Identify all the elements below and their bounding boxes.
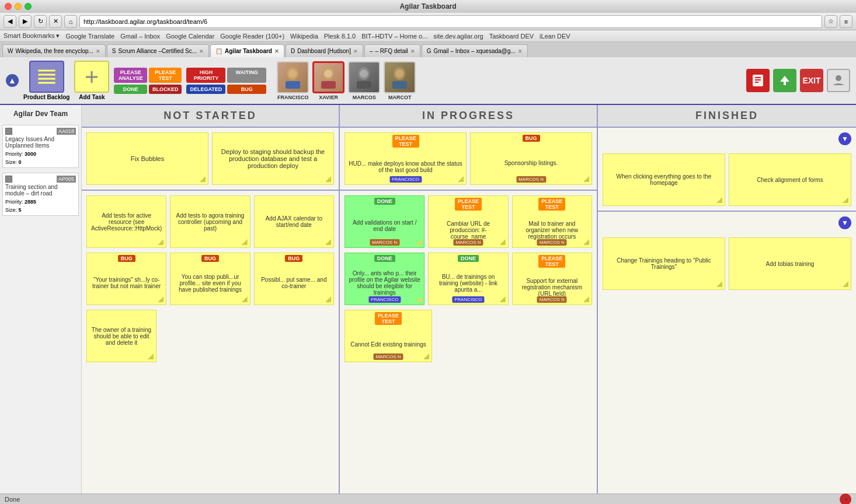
avatar-xavier[interactable]: [312, 61, 345, 93]
task-text: Sponsorship listings.: [504, 160, 558, 166]
task-your-trainings[interactable]: BUG "Your trainings" sh...ly co-trainer …: [86, 253, 166, 305]
task-fix-bubbles[interactable]: Fix Bubbles: [86, 132, 208, 185]
task-cannot-edit[interactable]: PLEASETEST Cannot Edit existing training…: [345, 310, 432, 362]
tab-hudson[interactable]: DDashboard [Hudson]✕: [286, 44, 363, 57]
bookmark-gmail[interactable]: Gmail – Inbox: [120, 33, 160, 40]
badge-delegated[interactable]: DELEGATED: [186, 85, 225, 94]
avatar-marcos[interactable]: [348, 61, 380, 93]
badge-please-test-2: PLEASETEST: [455, 198, 482, 211]
maximize-window-button[interactable]: [25, 3, 32, 10]
owner-marcos-5: MARCOS N: [537, 296, 567, 303]
bookmark-translate[interactable]: Google Translate: [65, 33, 114, 40]
task-deploy-staging[interactable]: Deploy to staging should backup the prod…: [212, 132, 334, 185]
browser-menu[interactable]: ≡: [840, 15, 852, 28]
task-text: HUD... make deploys know about the statu…: [349, 160, 462, 173]
bookmark-site[interactable]: site.dev.agilar.org: [433, 33, 483, 40]
avatar-francisco[interactable]: [277, 61, 309, 93]
task-text: Mail to trainer and organizer when new r…: [516, 220, 588, 240]
in-progress-row3: DONE Only... ants who p... their profile…: [345, 253, 592, 305]
task-add-tests-active[interactable]: Add tests for active resource (see Activ…: [86, 195, 166, 248]
bookmark-reader[interactable]: Google Reader (100+): [220, 33, 284, 40]
task-add-ajax-calendar[interactable]: Add AJAX calendar to start/end date: [254, 195, 334, 248]
task-add-validations[interactable]: DONE Add validations on start / end date…: [345, 195, 424, 248]
story-text-aa018: Legacy Issues And Unplanned Items: [5, 136, 76, 149]
exit-button[interactable]: EXIT: [800, 69, 823, 92]
tab-gmail[interactable]: GGmail – Inbox – xquesada@g...✕: [422, 44, 528, 57]
story-size-aa018: Size: 0: [5, 159, 76, 165]
badge-bug-1: BUG: [118, 255, 135, 262]
badge-done[interactable]: DONE: [114, 85, 147, 94]
story-id-aa018: AA018: [57, 128, 76, 135]
task-cambiar-url[interactable]: PLEASETEST Cambiar URL de produccion: #-…: [428, 195, 508, 248]
badge-waiting[interactable]: WAITING: [227, 68, 266, 83]
bookmark-plesk[interactable]: Plesk 8.1.0: [324, 33, 356, 40]
tabs-bar: WWikipedia, the free encyclop...✕ SScrum…: [0, 42, 856, 57]
add-task-button[interactable]: Add Task: [74, 61, 109, 100]
task-text: Cannot Edit existing trainings: [350, 341, 426, 348]
task-add-tobias[interactable]: Add tobias training: [729, 237, 851, 290]
back-button[interactable]: ◀: [4, 15, 16, 28]
refresh-button[interactable]: ↻: [34, 15, 47, 28]
product-backlog-button[interactable]: Product Backlog: [23, 61, 69, 100]
owner-marcos-6: MARCOS N: [373, 354, 403, 360]
task-mail-trainer[interactable]: PLEASETEST Mail to trainer and organizer…: [512, 195, 592, 248]
bookmark-calendar[interactable]: Google Calendar: [166, 33, 214, 40]
traffic-lights: [5, 3, 32, 10]
task-only-profile[interactable]: DONE Only... ants who p... their profile…: [345, 253, 424, 305]
bookmark-taskboard-dev[interactable]: Taskboard DEV: [489, 33, 534, 40]
task-text: When clicking everything goes to the hom…: [607, 173, 721, 186]
user-settings-button[interactable]: [827, 69, 850, 92]
bookmark-wiki[interactable]: Wikipedia: [290, 33, 318, 40]
badge-high-priority[interactable]: HIGHPRIORITY: [186, 68, 225, 83]
task-sponsorship[interactable]: BUG Sponsorship listings. MARCOS N: [470, 132, 592, 185]
badge-please-analyse[interactable]: PLEASEANALYSE: [114, 68, 147, 83]
finished-scroll-down[interactable]: ▼: [838, 132, 851, 145]
toolbar-right: EXIT: [746, 69, 850, 92]
forward-button[interactable]: ▶: [19, 15, 32, 28]
avatar-marcot-wrapper: MARCOT: [384, 61, 416, 100]
close-window-button[interactable]: [5, 3, 12, 10]
nav-up-button[interactable]: ▲: [6, 74, 19, 87]
task-bu-done-trainings[interactable]: DONE BU... de trainings on training (web…: [428, 253, 508, 305]
task-check-alignment[interactable]: Check alignment of forms: [729, 153, 851, 206]
bookmark-ilean[interactable]: iLean DEV: [540, 33, 570, 40]
task-same-cotrainer[interactable]: BUG Possibl... put same... and co-traine…: [254, 253, 334, 305]
task-stop-publishing[interactable]: BUG You can stop publi...ur profile... s…: [170, 253, 250, 305]
story-ap005[interactable]: AP005 Training section and module – dirt…: [2, 173, 79, 216]
backlog-lines: [38, 69, 55, 84]
reports-button[interactable]: [746, 69, 770, 92]
avatar-marcot[interactable]: [384, 61, 416, 93]
owner-francisco-1: FRANCISCO: [389, 176, 422, 183]
bookmark-smart[interactable]: Smart Bookmarks ▾: [4, 32, 60, 40]
bookmark-bit[interactable]: BIT–HDTV – Home o...: [361, 33, 427, 40]
owner-marcos-4: MARCOS N: [537, 239, 567, 246]
minimize-window-button[interactable]: [15, 3, 22, 10]
finished-scroll-down-2[interactable]: ▼: [838, 216, 851, 229]
stop-button[interactable]: ✕: [49, 15, 62, 28]
status-badges-2: HIGHPRIORITY WAITING DELEGATED BUG: [186, 68, 266, 94]
col-header-finished: FINISHED: [598, 105, 856, 127]
tab-wikipedia[interactable]: WWikipedia, the free encyclop...✕: [2, 44, 106, 57]
home-button[interactable]: ⌂: [64, 15, 77, 28]
bookmark-star[interactable]: ☆: [824, 15, 837, 28]
export-button[interactable]: [773, 69, 796, 92]
badge-please-test[interactable]: PLEASETEST: [149, 68, 182, 83]
badge-bug[interactable]: BUG: [227, 85, 266, 94]
svg-rect-6: [321, 81, 336, 89]
task-support-external[interactable]: PLEASETEST Support for external registra…: [512, 253, 592, 305]
svg-marker-18: [780, 76, 789, 82]
tab-scrum[interactable]: SScrum Alliance –Certified Sc...✕: [107, 44, 209, 57]
board: Agilar Dev Team AA018 Legacy Issues And …: [0, 105, 856, 494]
address-bar[interactable]: [79, 15, 822, 28]
tab-rfq[interactable]: –– RFQ detail✕: [364, 44, 420, 57]
task-change-trainings[interactable]: Change Trainings heading to "Public Trai…: [603, 237, 725, 290]
task-text: You can stop publi...ur profile... site …: [174, 274, 246, 293]
story-aa018[interactable]: AA018 Legacy Issues And Unplanned Items …: [2, 125, 79, 168]
task-owner-edit[interactable]: The owner of a training should be able t…: [86, 310, 156, 362]
task-hud-deploys[interactable]: PLEASETEST HUD... make deploys know abou…: [345, 132, 467, 185]
tab-agilar-taskboard[interactable]: 📋Agilar Taskboard✕: [210, 44, 284, 57]
task-add-tests-agora[interactable]: Add tests to agora training controller (…: [170, 195, 250, 248]
task-when-clicking[interactable]: When clicking everything goes to the hom…: [603, 153, 725, 206]
col-not-started: Fix Bubbles Deploy to staging should bac…: [82, 128, 340, 494]
badge-blocked[interactable]: BLOCKED: [149, 85, 182, 94]
